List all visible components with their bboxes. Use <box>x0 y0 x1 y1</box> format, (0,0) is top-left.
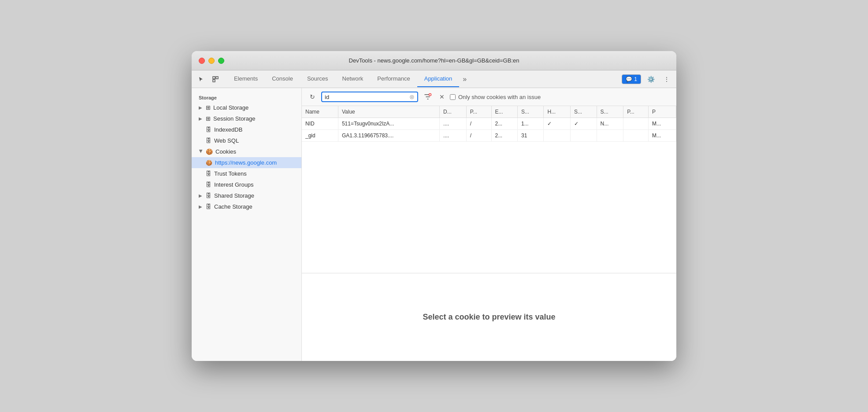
main-panel: ↻ ⊗ ✕ Only show cookies with an issue <box>302 88 676 361</box>
sidebar-item-cookies-google[interactable]: 🍪 https://news.google.com <box>192 157 301 168</box>
more-tabs-button[interactable]: » <box>459 71 470 87</box>
more-options-icon[interactable]: ⋮ <box>660 73 673 85</box>
cell-name: NID <box>302 118 338 130</box>
cell-p3: M... <box>649 118 676 130</box>
col-value[interactable]: Value <box>338 106 439 118</box>
cell-name: _gid <box>302 130 338 142</box>
table-row[interactable]: NID 511=Tsugv0nux2IzA... .... / 2... 1..… <box>302 118 676 130</box>
cursor-icon[interactable] <box>195 73 208 85</box>
devtools-toolbar: Elements Console Sources Network Perform… <box>192 70 676 88</box>
cell-p2 <box>623 118 649 130</box>
sidebar-item-label: Web SQL <box>214 137 239 144</box>
col-p2[interactable]: P... <box>623 106 649 118</box>
tab-application[interactable]: Application <box>417 71 460 87</box>
filter-icon[interactable] <box>422 91 434 103</box>
tab-elements[interactable]: Elements <box>227 71 265 87</box>
db-icon: 🗄 <box>206 170 211 177</box>
sidebar-item-label: Shared Storage <box>214 192 254 199</box>
only-issues-row: Only show cookies with an issue <box>450 94 541 100</box>
arrow-icon: ▶ <box>199 193 203 198</box>
preview-panel: Select a cookie to preview its value <box>302 273 676 361</box>
settings-icon[interactable]: ⚙️ <box>645 73 657 85</box>
maximize-button[interactable] <box>218 58 224 64</box>
sidebar-item-cookies[interactable]: ▶ 🍪 Cookies <box>192 146 301 157</box>
sidebar-item-label: Trust Tokens <box>214 170 247 177</box>
cell-e: 2... <box>491 130 517 142</box>
cookies-toolbar: ↻ ⊗ ✕ Only show cookies with an issue <box>302 88 676 106</box>
refresh-button[interactable]: ↻ <box>307 92 318 102</box>
col-s2[interactable]: S... <box>571 106 597 118</box>
cell-s2: ✓ <box>571 118 597 130</box>
cell-p3: M... <box>649 130 676 142</box>
sidebar-item-shared-storage[interactable]: ▶ 🗄 Shared Storage <box>192 190 301 201</box>
sidebar-item-cache-storage[interactable]: ▶ 🗄 Cache Storage <box>192 201 301 212</box>
table-row[interactable]: _gid GA1.3.1196675783.... .... / 2... 31… <box>302 130 676 142</box>
db-icon: 🗄 <box>206 137 211 144</box>
cell-s3 <box>597 130 623 142</box>
cell-d: .... <box>440 118 467 130</box>
clear-search-icon[interactable]: ⊗ <box>409 93 415 100</box>
cell-h: ✓ <box>544 118 571 130</box>
arrow-icon: ▶ <box>199 116 203 121</box>
arrow-icon: ▶ <box>199 204 203 209</box>
sidebar-item-label: Interest Groups <box>214 181 254 188</box>
svg-rect-2 <box>213 80 215 82</box>
db-icon: 🗄 <box>206 126 211 133</box>
col-h[interactable]: H... <box>544 106 571 118</box>
cell-value: GA1.3.1196675783.... <box>338 130 439 142</box>
col-s[interactable]: S... <box>518 106 544 118</box>
close-button[interactable] <box>199 58 205 64</box>
sidebar-item-indexeddb[interactable]: 🗄 IndexedDB <box>192 124 301 135</box>
col-p[interactable]: P... <box>466 106 491 118</box>
preview-text: Select a cookie to preview its value <box>423 313 555 322</box>
db-icon: 🗄 <box>206 181 211 188</box>
cell-value: 511=Tsugv0nux2IzA... <box>338 118 439 130</box>
feedback-badge: 1 <box>634 76 637 82</box>
svg-point-3 <box>429 94 431 96</box>
minimize-button[interactable] <box>208 58 215 64</box>
sidebar-item-web-sql[interactable]: 🗄 Web SQL <box>192 135 301 146</box>
sidebar-item-label: IndexedDB <box>214 126 242 133</box>
sidebar-item-trust-tokens[interactable]: 🗄 Trust Tokens <box>192 168 301 179</box>
col-e[interactable]: E... <box>491 106 517 118</box>
grid-icon: ⊞ <box>206 104 211 111</box>
tab-bar: Elements Console Sources Network Perform… <box>223 71 620 87</box>
col-d[interactable]: D... <box>440 106 467 118</box>
tab-sources[interactable]: Sources <box>300 71 335 87</box>
col-s3[interactable]: S... <box>597 106 623 118</box>
feedback-button[interactable]: 💬 1 <box>622 74 641 84</box>
devtools-window: DevTools - news.google.com/home?hl=en-GB… <box>192 51 676 361</box>
sidebar-item-local-storage[interactable]: ▶ ⊞ Local Storage <box>192 102 301 113</box>
col-p3[interactable]: P <box>649 106 676 118</box>
sidebar-item-label: Local Storage <box>213 104 249 111</box>
grid-icon: ⊞ <box>206 115 211 122</box>
sidebar-item-label: Cache Storage <box>214 203 252 210</box>
arrow-icon: ▶ <box>199 105 203 110</box>
col-name[interactable]: Name <box>302 106 338 118</box>
title-bar: DevTools - news.google.com/home?hl=en-GB… <box>192 51 676 70</box>
search-input[interactable] <box>325 94 408 100</box>
window-title: DevTools - news.google.com/home?hl=en-GB… <box>349 57 519 64</box>
arrow-open-icon: ▶ <box>199 150 204 154</box>
cookies-table-container: Name Value D... P... E... S... H... S...… <box>302 106 676 273</box>
sidebar: Storage ▶ ⊞ Local Storage ▶ ⊞ Session St… <box>192 88 302 361</box>
only-issues-checkbox[interactable] <box>450 94 456 100</box>
cell-s3: N... <box>597 118 623 130</box>
toolbar-right: 💬 1 ⚙️ ⋮ <box>622 73 673 85</box>
db-icon: 🗄 <box>206 203 211 210</box>
inspector-icon[interactable] <box>209 73 222 85</box>
sidebar-item-session-storage[interactable]: ▶ ⊞ Session Storage <box>192 113 301 124</box>
feedback-icon: 💬 <box>626 76 632 82</box>
sidebar-item-interest-groups[interactable]: 🗄 Interest Groups <box>192 179 301 190</box>
table-header-row: Name Value D... P... E... S... H... S...… <box>302 106 676 118</box>
svg-rect-1 <box>216 77 218 79</box>
cell-p: / <box>466 130 491 142</box>
tab-performance[interactable]: Performance <box>370 71 417 87</box>
content-area: Storage ▶ ⊞ Local Storage ▶ ⊞ Session St… <box>192 88 676 361</box>
cell-d: .... <box>440 130 467 142</box>
sidebar-item-label: Cookies <box>215 148 236 155</box>
tab-network[interactable]: Network <box>335 71 371 87</box>
dismiss-filter-button[interactable]: ✕ <box>438 92 446 102</box>
tab-console[interactable]: Console <box>265 71 300 87</box>
cell-s: 1... <box>518 118 544 130</box>
